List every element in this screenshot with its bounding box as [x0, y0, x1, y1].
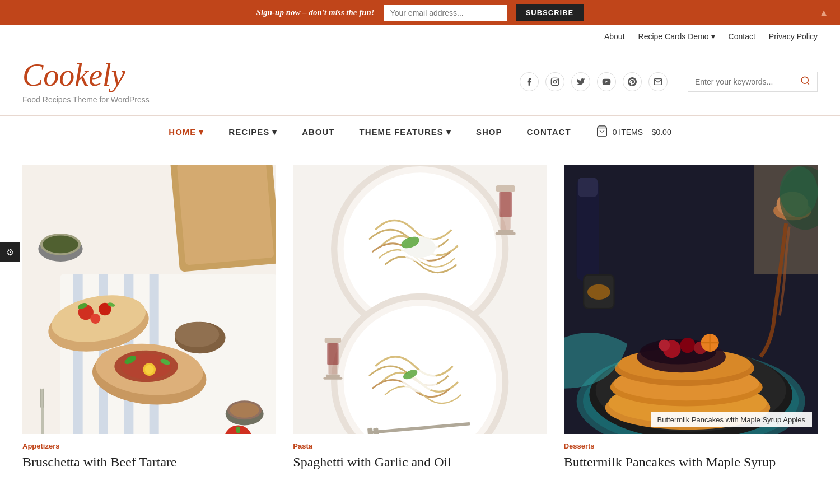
svg-rect-40 [40, 389, 41, 408]
svg-point-28 [145, 365, 154, 374]
svg-rect-0 [551, 78, 558, 85]
recipe-tooltip-pancakes: Buttermilk Pancakes with Maple Syrup App… [651, 412, 812, 427]
svg-rect-56 [496, 232, 516, 235]
svg-rect-63 [367, 428, 374, 434]
recipe-image-bruschetta [22, 165, 276, 434]
facebook-icon[interactable] [520, 72, 539, 91]
cart-label: 0 ITEMS – $0.00 [613, 128, 671, 137]
subscribe-button[interactable]: SUBSCRIBE [516, 4, 584, 21]
cart-icon [596, 125, 608, 139]
top-nav-about[interactable]: About [604, 32, 625, 41]
svg-rect-38 [236, 427, 240, 433]
top-nav-privacy[interactable]: Privacy Policy [769, 32, 818, 41]
nav-about[interactable]: ABOUT [290, 118, 347, 146]
recipe-card-spaghetti[interactable]: Pasta Spaghetti with Garlic and Oil [293, 165, 547, 471]
svg-rect-68 [326, 375, 340, 377]
svg-rect-94 [578, 178, 598, 197]
chevron-down-icon: ▾ [446, 127, 451, 137]
recipe-category-pancakes: Desserts [564, 442, 818, 450]
svg-point-33 [43, 236, 78, 254]
svg-rect-64 [373, 428, 379, 434]
nav-recipes[interactable]: RECIPES ▾ [216, 118, 290, 146]
svg-point-43 [175, 322, 219, 347]
instagram-icon[interactable] [545, 72, 564, 91]
svg-line-5 [807, 82, 809, 84]
recipe-card-bruschetta[interactable]: Appetizers Bruschetta with Beef Tartare [22, 165, 276, 471]
recipe-title-bruschetta: Bruschetta with Beef Tartare [22, 454, 276, 471]
svg-point-2 [557, 80, 557, 80]
recipe-category-bruschetta: Appetizers [22, 442, 276, 450]
svg-point-96 [780, 166, 818, 217]
recipe-card-body-pancakes: Desserts Buttermilk Pancakes with Maple … [564, 434, 818, 471]
svg-rect-65 [325, 338, 341, 343]
main-navigation: HOME ▾ RECIPES ▾ ABOUT THEME FEATURES ▾ … [0, 115, 840, 148]
svg-point-84 [680, 338, 695, 353]
svg-point-1 [553, 80, 556, 83]
recipe-title-pancakes: Buttermilk Pancakes with Maple Syrup [564, 454, 818, 471]
recipe-card-body-bruschetta: Appetizers Bruschetta with Beef Tartare [22, 434, 276, 471]
top-navigation: About Recipe Cards Demo ▾ Contact Privac… [0, 25, 840, 48]
social-icons [520, 72, 668, 91]
youtube-icon[interactable] [597, 72, 616, 91]
chevron-down-icon: ▾ [272, 127, 277, 137]
nav-home[interactable]: HOME ▾ [156, 118, 216, 146]
svg-rect-55 [498, 230, 513, 232]
twitter-icon[interactable] [571, 72, 590, 91]
banner-text: Sign-up now – don't miss the fun! [256, 8, 375, 17]
nav-contact[interactable]: CONTACT [514, 118, 583, 146]
svg-point-4 [801, 77, 808, 83]
recipe-image-pancakes: Buttermilk Pancakes with Maple Syrup App… [564, 165, 818, 434]
top-banner: Sign-up now – don't miss the fun! SUBSCR… [0, 0, 840, 25]
site-header: Cookely Food Recipes Theme for WordPress [0, 48, 840, 115]
top-nav-contact[interactable]: Contact [729, 32, 755, 41]
nav-theme-features[interactable]: THEME FEATURES ▾ [347, 118, 463, 146]
svg-rect-15 [177, 165, 274, 265]
recipe-image-spaghetti [293, 165, 547, 434]
mail-icon[interactable] [648, 72, 668, 91]
svg-point-20 [90, 314, 100, 324]
search-icon[interactable] [800, 76, 810, 88]
svg-rect-10 [73, 274, 83, 434]
svg-point-36 [230, 403, 259, 418]
chevron-down-icon: ▾ [711, 32, 715, 41]
pinterest-icon[interactable] [623, 72, 642, 91]
settings-button[interactable]: ⚙ [0, 242, 20, 262]
recipe-category-spaghetti: Pasta [293, 442, 547, 450]
top-nav-recipe-cards-demo[interactable]: Recipe Cards Demo ▾ [638, 32, 715, 41]
recipe-card-pancakes[interactable]: Buttermilk Pancakes with Maple Syrup App… [564, 165, 818, 471]
recipe-title-spaghetti: Spaghetti with Garlic and Oil [293, 454, 547, 471]
search-input[interactable] [695, 77, 796, 86]
search-box [688, 72, 818, 92]
svg-rect-67 [328, 343, 339, 365]
svg-rect-52 [496, 185, 515, 192]
banner-arrow-icon[interactable]: ▲ [819, 7, 829, 18]
main-content: Appetizers Bruschetta with Beef Tartare [0, 148, 840, 488]
svg-point-99 [587, 284, 610, 300]
chevron-down-icon: ▾ [199, 127, 204, 137]
svg-rect-69 [324, 377, 343, 380]
logo-section: Cookely Food Recipes Theme for WordPress [22, 59, 150, 104]
svg-rect-54 [500, 192, 512, 217]
logo[interactable]: Cookely Food Recipes Theme for WordPress [22, 59, 150, 104]
nav-shop[interactable]: SHOP [464, 118, 515, 146]
svg-point-86 [659, 339, 670, 351]
svg-rect-41 [43, 389, 44, 408]
recipe-card-body-spaghetti: Pasta Spaghetti with Garlic and Oil [293, 434, 547, 471]
email-input[interactable] [384, 5, 507, 21]
cart-area[interactable]: 0 ITEMS – $0.00 [584, 116, 684, 148]
recipe-grid: Appetizers Bruschetta with Beef Tartare [22, 165, 818, 471]
gear-icon: ⚙ [6, 247, 14, 258]
